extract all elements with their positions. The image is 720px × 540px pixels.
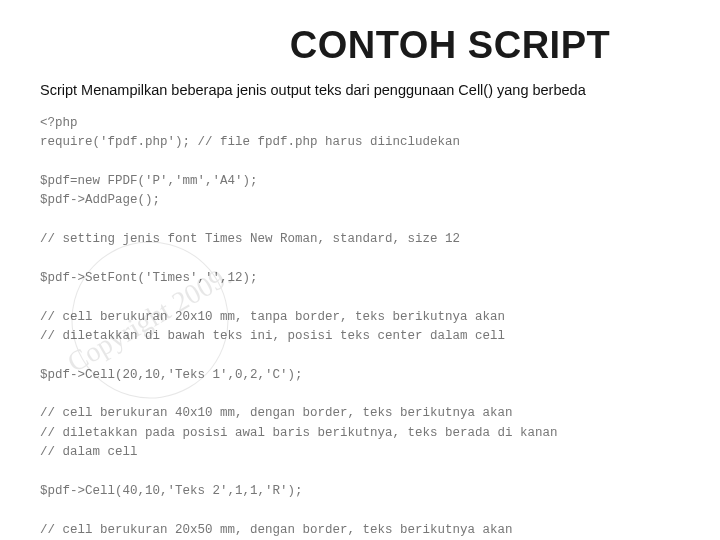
code-block: <?php require('fpdf.php'); // file fpdf.… (40, 114, 680, 540)
page-title: CONTOH SCRIPT (220, 24, 680, 67)
subtitle-text: Script Menampilkan beberapa jenis output… (40, 81, 680, 100)
slide: Copyright 2009. CONTOH SCRIPT Script Men… (0, 0, 720, 540)
